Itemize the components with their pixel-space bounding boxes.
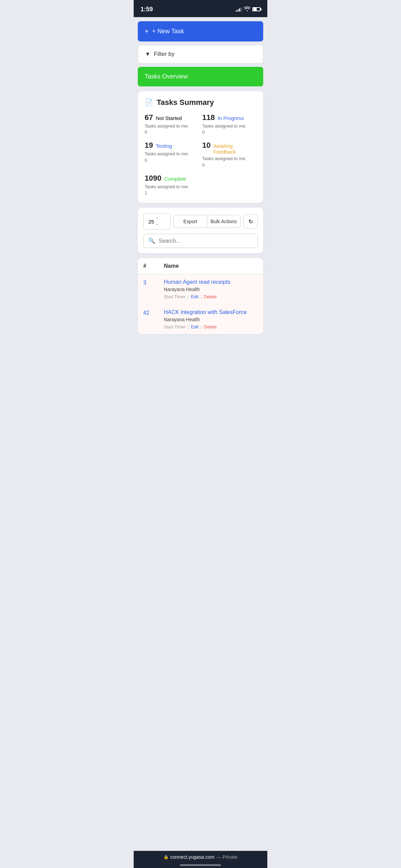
new-task-button[interactable]: + + New Task (138, 21, 263, 41)
controls-card: 25 ⌃⌄ Export Bulk Actions ↻ 🔍 (138, 208, 263, 253)
filter-icon: ▼ (145, 51, 150, 57)
battery-icon (252, 7, 260, 11)
delete-button[interactable]: Delete (204, 294, 217, 299)
row-title[interactable]: HACK integration with SalesForce (164, 309, 258, 315)
refresh-icon: ↻ (248, 218, 253, 225)
start-timer-button[interactable]: Start Timer (164, 294, 186, 299)
summary-item-testing: 19 Testing Tasks assigned to me: 0 (145, 141, 199, 168)
page-size-select[interactable]: 25 ⌃⌄ (143, 213, 171, 230)
action-buttons: Export Bulk Actions (173, 215, 241, 228)
delete-button[interactable]: Delete (204, 324, 217, 329)
start-timer-button[interactable]: Start Timer (164, 324, 186, 329)
search-row: 🔍 (143, 234, 258, 248)
status-icons (236, 7, 260, 12)
summary-item-complete: 1090 Complete Tasks assigned to me: 1 (145, 174, 256, 196)
row-company: Narayana Health (164, 317, 258, 322)
filter-label: Filter by (154, 51, 174, 58)
signal-icon (236, 7, 242, 12)
summary-title: 📄 Tasks Summary (145, 98, 256, 107)
tasks-overview-label: Tasks Overview (145, 73, 188, 80)
row-content: HACK integration with SalesForce Narayan… (164, 309, 258, 329)
row-actions: Start Timer | Edit | Delete (164, 324, 258, 329)
doc-icon: 📄 (145, 98, 153, 107)
refresh-button[interactable]: ↻ (243, 214, 258, 229)
status-time: 1:59 (141, 6, 153, 13)
row-actions: Start Timer | Edit | Delete (164, 294, 258, 299)
plus-icon: + (145, 27, 149, 35)
wifi-icon (244, 7, 250, 12)
table-row: 42 HACK integration with SalesForce Nara… (138, 304, 263, 334)
summary-item-in-progress: 118 In Progress Tasks assigned to me: 0 (202, 113, 256, 135)
new-task-label: + New Task (152, 28, 184, 35)
export-button[interactable]: Export (174, 215, 207, 228)
search-input[interactable] (159, 238, 253, 244)
edit-button[interactable]: Edit (191, 324, 198, 329)
filter-button[interactable]: ▼ Filter by (138, 45, 263, 63)
table-row: 3 Human Agent read receipts Narayana Hea… (138, 274, 263, 304)
status-bar: 1:59 (134, 0, 267, 17)
row-title[interactable]: Human Agent read receipts (164, 279, 258, 285)
tasks-overview-button[interactable]: Tasks Overview (138, 67, 263, 86)
summary-grid: 67 Not Started Tasks assigned to me: 0 1… (145, 113, 256, 196)
bulk-actions-button[interactable]: Bulk Actions (207, 215, 241, 228)
controls-row: 25 ⌃⌄ Export Bulk Actions ↻ (143, 213, 258, 230)
search-icon: 🔍 (148, 238, 155, 244)
edit-button[interactable]: Edit (191, 294, 198, 299)
row-id[interactable]: 3 (143, 279, 164, 286)
row-content: Human Agent read receipts Narayana Healt… (164, 279, 258, 299)
table-header: # Name (138, 258, 263, 274)
summary-item-not-started: 67 Not Started Tasks assigned to me: 0 (145, 113, 199, 135)
row-id[interactable]: 42 (143, 309, 164, 316)
summary-item-awaiting-feedback: 10 Awaiting Feedback Tasks assigned to m… (202, 141, 256, 168)
summary-card: 📄 Tasks Summary 67 Not Started Tasks ass… (138, 91, 263, 203)
task-table: # Name 3 Human Agent read receipts Naray… (138, 258, 263, 334)
row-company: Narayana Health (164, 287, 258, 292)
main-content: + + New Task ▼ Filter by Tasks Overview … (134, 17, 267, 355)
